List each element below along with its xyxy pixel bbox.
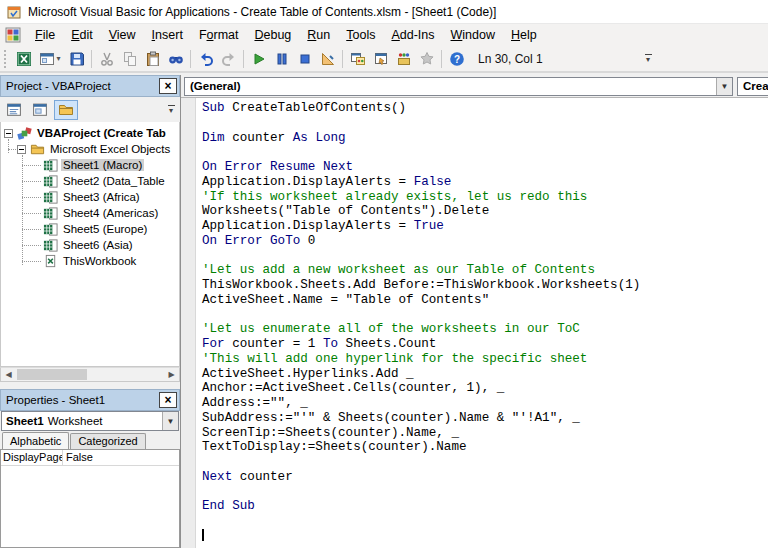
menu-view[interactable]: View (101, 26, 144, 44)
scroll-right-arrow[interactable]: ▶ (164, 368, 179, 381)
code-line-13: ThisWorkbook.Sheets.Add Before:=ThisWork… (202, 278, 768, 293)
dropdown-arrow-icon[interactable]: ▾ (56, 54, 60, 63)
properties-panel-close-button[interactable]: × (159, 392, 177, 408)
tree-item-thisworkbook[interactable]: ThisWorkbook (1, 253, 179, 269)
project-panel-title: Project - VBAProject (6, 80, 111, 92)
paste-button[interactable] (141, 47, 164, 70)
redo-button[interactable] (217, 47, 240, 70)
tree-item-sheet3-africa[interactable]: Sheet3 (Africa) (1, 189, 179, 205)
undo-button[interactable] (194, 47, 217, 70)
viewcode-icon (6, 102, 22, 118)
help-button[interactable]: ? (445, 47, 468, 70)
tab-alphabetic[interactable]: Alphabetic (2, 432, 69, 449)
save-icon (69, 51, 85, 67)
tree-guide-line (22, 245, 41, 246)
menu-addins[interactable]: Add-Ins (383, 26, 442, 44)
save-button[interactable] (65, 47, 88, 70)
break-button[interactable] (270, 47, 293, 70)
objbrowser-icon (396, 51, 412, 67)
menu-run[interactable]: Run (299, 26, 338, 44)
tree-item-sheet1-macro[interactable]: Sheet1 (Macro) (1, 157, 179, 173)
collapse-box-icon[interactable] (4, 129, 13, 138)
properties-object-dropdown[interactable]: Sheet1 Worksheet ▼ (1, 411, 179, 431)
toolbar-drag-handle[interactable] (4, 50, 8, 68)
project-tree-hscrollbar: ◀ ▶ (0, 367, 180, 382)
menu-help[interactable]: Help (503, 26, 545, 44)
copy-button[interactable] (118, 47, 141, 70)
vbe-window: Microsoft Visual Basic for Applications … (0, 0, 768, 548)
menu-window[interactable]: Window (443, 26, 503, 44)
project-explorer-button[interactable] (346, 47, 369, 70)
design-mode-button[interactable] (316, 47, 339, 70)
project-icon (17, 126, 32, 141)
tree-item-vbaproject[interactable]: VBAProject (Create Tab (1, 125, 179, 141)
userform-icon (39, 51, 55, 67)
properties-panel-header: Properties - Sheet1 × (0, 389, 180, 411)
code-line-11 (202, 249, 768, 264)
window-title: Microsoft Visual Basic for Applications … (28, 5, 496, 19)
property-row[interactable]: DisplayPageBreaksFalse (1, 450, 179, 466)
object-browser-button[interactable] (392, 47, 415, 70)
tree-item-sheet2-data-table[interactable]: Sheet2 (Data_Table (1, 173, 179, 189)
tree-item-sheet4-americas[interactable]: Sheet4 (Americas) (1, 205, 179, 221)
procedure-dropdown[interactable]: CreateTableOfContents (737, 77, 768, 96)
menu-file[interactable]: File (27, 26, 63, 44)
code-line-25 (202, 455, 768, 470)
find-button[interactable] (164, 47, 187, 70)
property-value[interactable]: False (63, 450, 179, 465)
scroll-left-arrow[interactable]: ◀ (1, 368, 16, 381)
run-icon (251, 51, 267, 67)
property-name: DisplayPageBreaks (1, 450, 63, 465)
collapse-box-icon[interactable] (17, 145, 26, 154)
code-line-16: 'Let us enumerate all of the worksheets … (202, 322, 768, 337)
sheet-icon (43, 190, 58, 205)
object-dropdown[interactable]: (General) ▼ (184, 77, 733, 96)
code-line-17: For counter = 1 To Sheets.Count (202, 337, 768, 352)
tree-item-excel-objects[interactable]: Microsoft Excel Objects (1, 141, 179, 157)
toggle-folders-button[interactable] (54, 100, 78, 120)
toolbox-button[interactable] (415, 47, 438, 70)
code-line-2 (202, 116, 768, 131)
code-text-area[interactable]: Sub CreateTableOfContents()Dim counter A… (196, 98, 768, 548)
tree-guide-line (22, 165, 41, 166)
break-icon (274, 51, 290, 67)
toolbar-options-chevron[interactable]: ▾ (641, 48, 655, 70)
scrollbar-thumb[interactable] (17, 369, 87, 380)
code-window-icon (5, 27, 21, 43)
project-toolbar-options-chevron[interactable]: ▾ (164, 99, 178, 121)
tree-item-sheet5-europe[interactable]: Sheet5 (Europe) (1, 221, 179, 237)
margin-indicator-bar[interactable] (181, 98, 196, 548)
dropdown-arrow-icon[interactable]: ▼ (162, 412, 178, 430)
tree-item-label: VBAProject (Create Tab (35, 127, 168, 139)
reset-button[interactable] (293, 47, 316, 70)
properties-grid: DisplayPageBreaksFalse (0, 449, 180, 548)
undo-icon (198, 51, 214, 67)
code-line-8: Worksheets("Table of Contents").Delete (202, 204, 768, 219)
tree-item-sheet6-asia[interactable]: Sheet6 (Asia) (1, 237, 179, 253)
run-button[interactable] (247, 47, 270, 70)
dropdown-arrow-icon[interactable]: ▼ (716, 78, 732, 95)
tree-item-label: Sheet3 (Africa) (61, 191, 142, 203)
cut-button[interactable] (95, 47, 118, 70)
view-object-button[interactable] (28, 100, 52, 120)
svg-text:?: ? (453, 53, 459, 64)
menu-debug[interactable]: Debug (246, 26, 299, 44)
menu-insert[interactable]: Insert (144, 26, 191, 44)
project-panel-close-button[interactable]: × (159, 78, 177, 94)
view-code-button[interactable] (2, 100, 26, 120)
insert-userform-button[interactable]: ▾ (35, 47, 65, 70)
view-microsoft-excel-button[interactable] (12, 47, 35, 70)
tab-categorized[interactable]: Categorized (70, 433, 145, 449)
menu-edit[interactable]: Edit (63, 26, 101, 44)
project-panel-header: Project - VBAProject × (0, 75, 180, 97)
panel-splitter[interactable] (0, 382, 180, 389)
properties-window-button[interactable] (369, 47, 392, 70)
code-line-22: SubAddress:="'" & Sheets(counter).Name &… (202, 411, 768, 426)
menu-tools[interactable]: Tools (338, 26, 383, 44)
menu-format[interactable]: Format (191, 26, 247, 44)
tree-guide-line (22, 181, 41, 182)
tree-guide-line (22, 261, 41, 262)
code-line-12: 'Let us add a new worksheet as our Table… (202, 263, 768, 278)
code-window-header: (General) ▼ CreateTableOfContents (181, 75, 768, 97)
code-line-30 (202, 529, 768, 544)
